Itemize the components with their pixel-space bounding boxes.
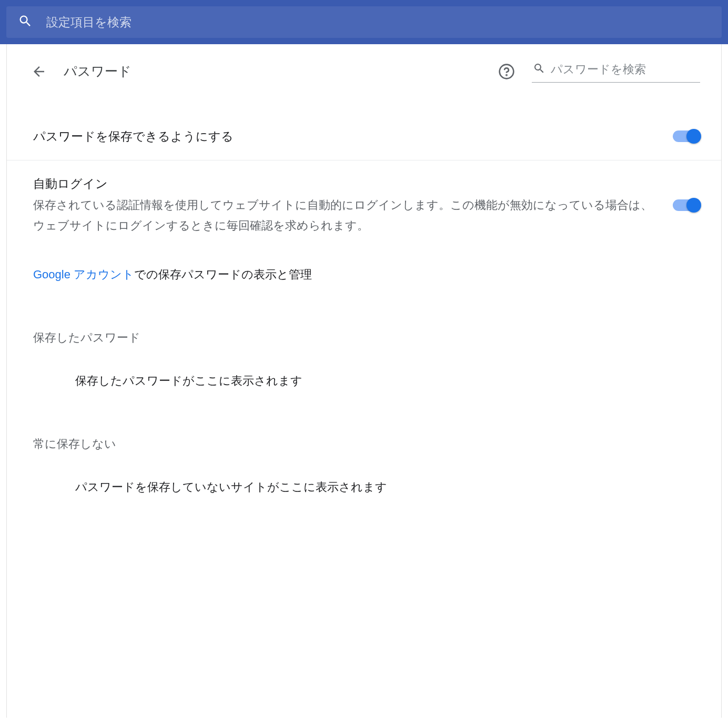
auto-signin-row: 自動ログイン 保存されている認証情報を使用してウェブサイトに自動的にログインしま… bbox=[7, 160, 721, 250]
back-arrow-icon[interactable] bbox=[31, 64, 47, 79]
password-search-container[interactable] bbox=[532, 60, 700, 83]
auto-signin-desc: 保存されている認証情報を使用してウェブサイトに自動的にログインします。この機能が… bbox=[33, 195, 657, 236]
google-account-link-row: Google アカウントでの保存パスワードの表示と管理 bbox=[7, 250, 721, 289]
settings-search-input[interactable] bbox=[46, 15, 710, 29]
offer-save-title: パスワードを保存できるようにする bbox=[33, 127, 657, 146]
google-account-trailing: での保存パスワードの表示と管理 bbox=[134, 268, 312, 281]
top-bar bbox=[0, 0, 728, 44]
page-title: パスワード bbox=[64, 63, 481, 80]
password-search-input[interactable] bbox=[551, 63, 699, 76]
saved-passwords-header: 保存したパスワード bbox=[7, 289, 721, 351]
google-account-link[interactable]: Google アカウント bbox=[33, 268, 134, 281]
setting-text: 自動ログイン 保存されている認証情報を使用してウェブサイトに自動的にログインしま… bbox=[33, 174, 657, 236]
search-icon bbox=[533, 62, 545, 77]
offer-save-toggle[interactable] bbox=[673, 130, 700, 142]
settings-search-container[interactable] bbox=[6, 6, 722, 38]
content: パスワード パスワードを保存できるようにする 自動ログイン 保存されている認証情… bbox=[6, 44, 722, 718]
svg-point-1 bbox=[506, 75, 507, 75]
saved-passwords-empty: 保存したパスワードがここに表示されます bbox=[7, 351, 721, 395]
setting-text: パスワードを保存できるようにする bbox=[33, 127, 657, 146]
offer-save-passwords-row: パスワードを保存できるようにする bbox=[7, 98, 721, 160]
auto-signin-toggle[interactable] bbox=[673, 199, 700, 211]
auto-signin-title: 自動ログイン bbox=[33, 174, 657, 194]
search-icon bbox=[18, 14, 33, 31]
help-icon[interactable] bbox=[498, 63, 515, 80]
page-header: パスワード bbox=[7, 44, 721, 98]
never-saved-empty: パスワードを保存していないサイトがここに表示されます bbox=[7, 457, 721, 501]
never-saved-header: 常に保存しない bbox=[7, 395, 721, 457]
